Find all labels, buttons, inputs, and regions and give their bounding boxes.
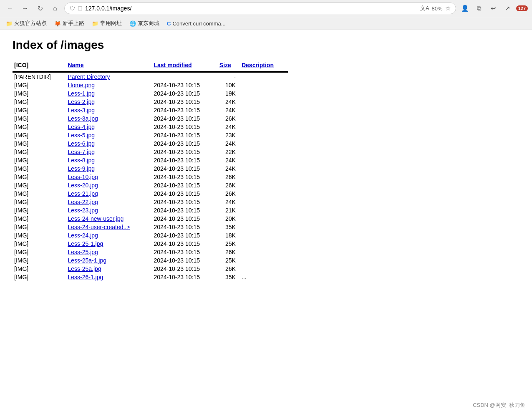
history-back-button[interactable]: ↩ (488, 3, 499, 14)
file-link[interactable]: Less-25a.jpg (68, 265, 101, 272)
file-link[interactable]: Less-9.jpg (68, 165, 95, 172)
page-icon: ☐ (78, 5, 83, 12)
date-cell: 2024-10-23 10:15 (152, 131, 217, 139)
file-link[interactable]: Less-24-new-user.jpg (68, 215, 124, 222)
home-button[interactable]: ⌂ (49, 3, 61, 14)
ico-cell: [IMG] (13, 106, 66, 114)
file-link[interactable]: Less-5.jpg (68, 132, 95, 139)
file-link[interactable]: Less-6.jpg (68, 140, 95, 147)
size-cell: 24K (218, 98, 240, 106)
back-button[interactable]: ← (4, 3, 16, 14)
name-cell[interactable]: Less-3.jpg (66, 106, 152, 114)
ico-cell: [IMG] (13, 215, 66, 223)
account-button[interactable]: 👤 (459, 3, 471, 14)
bookmark-jd[interactable]: 🌐 京东商城 (128, 19, 161, 28)
size-cell: 25K (218, 240, 240, 248)
browser-chrome: ← → ↻ ⌂ 🛡 ☐ 127.0.0.1/images/ 文A 80% ☆ 👤… (0, 0, 532, 30)
file-link[interactable]: Less-2.jpg (68, 98, 95, 105)
table-row: [IMG]Less-3.jpg2024-10-23 10:1524K (13, 106, 288, 114)
name-cell[interactable]: Less-8.jpg (66, 156, 152, 164)
file-link[interactable]: Less-26-1.jpg (68, 274, 103, 280)
file-link[interactable]: Parent Directory (68, 73, 110, 80)
size-cell: 24K (218, 198, 240, 206)
name-cell[interactable]: Less-24-user-created..> (66, 223, 152, 231)
name-cell[interactable]: Less-7.jpg (66, 148, 152, 156)
table-row: [IMG]Less-22.jpg2024-10-23 10:1524K (13, 198, 288, 206)
file-link[interactable]: Less-24.jpg (68, 232, 98, 239)
file-link[interactable]: Less-8.jpg (68, 157, 95, 164)
name-cell[interactable]: Less-25-1.jpg (66, 240, 152, 248)
name-cell[interactable]: Less-26-1.jpg (66, 273, 152, 281)
name-cell[interactable]: Less-20.jpg (66, 181, 152, 189)
name-cell[interactable]: Less-9.jpg (66, 164, 152, 173)
name-cell[interactable]: Less-10.jpg (66, 173, 152, 181)
page-content: Index of /images [ICO] Name Last modifie… (0, 30, 532, 389)
name-cell[interactable]: Less-22.jpg (66, 198, 152, 206)
extensions-button[interactable]: ⧉ (474, 3, 485, 14)
date-cell: 2024-10-23 10:15 (152, 223, 217, 231)
bookmark-newuser[interactable]: 🦊 新手上路 (53, 19, 86, 28)
name-cell[interactable]: Less-3a.jpg (66, 114, 152, 123)
table-row: [IMG]Less-1.jpg2024-10-23 10:1519K (13, 89, 288, 98)
shield-icon: 🛡 (70, 5, 75, 12)
col-last-modified[interactable]: Last modified (152, 60, 217, 71)
col-size[interactable]: Size (218, 60, 240, 71)
file-link[interactable]: Less-21.jpg (68, 190, 98, 197)
file-link[interactable]: Less-3.jpg (68, 107, 95, 114)
name-cell[interactable]: Less-24-new-user.jpg (66, 215, 152, 223)
share-button[interactable]: ↗ (502, 3, 514, 14)
browser-toolbar: ← → ↻ ⌂ 🛡 ☐ 127.0.0.1/images/ 文A 80% ☆ 👤… (0, 0, 532, 17)
name-cell[interactable]: Parent Directory (66, 72, 152, 81)
toolbar-icons: 👤 ⧉ ↩ ↗ 127 (459, 3, 528, 14)
file-link[interactable]: Less-4.jpg (68, 124, 95, 130)
date-cell: 2024-10-23 10:15 (152, 181, 217, 189)
file-link[interactable]: Less-23.jpg (68, 207, 98, 214)
address-bar[interactable]: 🛡 ☐ 127.0.0.1/images/ 文A 80% ☆ (64, 3, 456, 14)
table-row: [IMG]Home.png2024-10-23 10:1510K (13, 81, 288, 89)
bookmark-curl[interactable]: C Convert curl comma... (165, 20, 227, 28)
name-cell[interactable]: Less-25a.jpg (66, 265, 152, 273)
file-link[interactable]: Less-20.jpg (68, 182, 98, 189)
ico-cell: [IMG] (13, 89, 66, 98)
bookmarks-bar: 📁 火狐官方站点 🦊 新手上路 📁 常用网址 🌐 京东商城 C Convert … (0, 17, 532, 30)
ico-cell: [IMG] (13, 248, 66, 256)
file-link[interactable]: Less-22.jpg (68, 199, 98, 205)
name-cell[interactable]: Less-21.jpg (66, 189, 152, 198)
bookmark-huohu[interactable]: 📁 火狐官方站点 (4, 19, 48, 28)
file-link[interactable]: Less-25a-1.jpg (68, 257, 106, 264)
ico-cell: [IMG] (13, 81, 66, 89)
col-description[interactable]: Description (240, 60, 288, 71)
reload-button[interactable]: ↻ (34, 3, 46, 14)
name-cell[interactable]: Less-5.jpg (66, 131, 152, 139)
translate-icon[interactable]: 文A (420, 5, 429, 12)
name-cell[interactable]: Less-1.jpg (66, 89, 152, 98)
name-cell[interactable]: Home.png (66, 81, 152, 89)
forward-button[interactable]: → (19, 3, 31, 14)
name-cell[interactable]: Less-24.jpg (66, 231, 152, 240)
col-name[interactable]: Name (66, 60, 152, 71)
file-link[interactable]: Less-25-1.jpg (68, 240, 103, 247)
file-link[interactable]: Less-25.jpg (68, 249, 98, 255)
file-link[interactable]: Less-1.jpg (68, 90, 95, 97)
name-cell[interactable]: Less-6.jpg (66, 139, 152, 148)
name-cell[interactable]: Less-4.jpg (66, 123, 152, 131)
table-row: [IMG]Less-24.jpg2024-10-23 10:1518K (13, 231, 288, 240)
date-cell: 2024-10-23 10:15 (152, 114, 217, 123)
ico-cell: [IMG] (13, 148, 66, 156)
name-cell[interactable]: Less-25.jpg (66, 248, 152, 256)
description-cell (240, 189, 288, 198)
description-cell (240, 223, 288, 231)
name-cell[interactable]: Less-25a-1.jpg (66, 256, 152, 265)
page-title: Index of /images (13, 38, 519, 52)
star-icon[interactable]: ☆ (445, 5, 451, 12)
name-cell[interactable]: Less-2.jpg (66, 98, 152, 106)
file-link[interactable]: Less-7.jpg (68, 149, 95, 155)
bookmark-common[interactable]: 📁 常用网址 (90, 19, 124, 28)
file-link[interactable]: Home.png (68, 82, 95, 88)
notification-badge[interactable]: 127 (516, 5, 528, 11)
size-cell: 26K (218, 181, 240, 189)
file-link[interactable]: Less-3a.jpg (68, 115, 98, 122)
file-link[interactable]: Less-10.jpg (68, 174, 98, 180)
file-link[interactable]: Less-24-user-created..> (68, 224, 130, 230)
name-cell[interactable]: Less-23.jpg (66, 206, 152, 215)
